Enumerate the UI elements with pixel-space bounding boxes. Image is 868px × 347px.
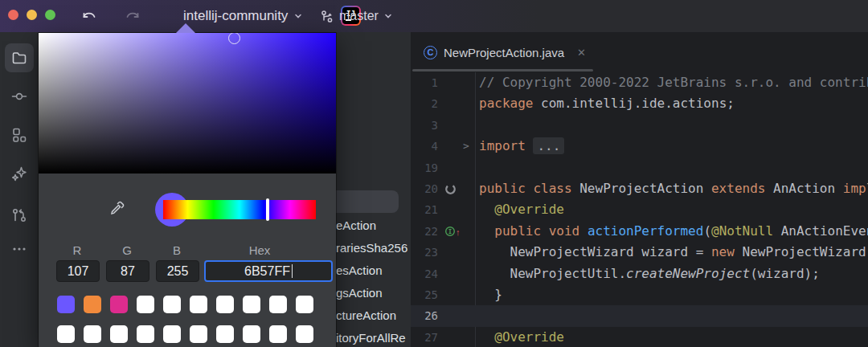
red-label: R [66, 243, 88, 257]
tab-close-icon[interactable]: ✕ [577, 47, 586, 59]
color-swatch[interactable] [137, 325, 154, 343]
java-class-icon: C [424, 46, 437, 59]
code-line[interactable]: 27 @Override [411, 327, 868, 347]
chevron-down-icon [384, 12, 392, 20]
code-line[interactable]: 1// Copyright 2000-2022 JetBrains s.r.o.… [411, 72, 868, 93]
eyedropper-icon[interactable] [109, 200, 125, 216]
line-number: 20 [411, 178, 438, 199]
window-zoom-button[interactable] [45, 10, 55, 20]
code-line-current[interactable]: 26 [411, 305, 868, 326]
blue-field[interactable]: 255 [156, 260, 199, 282]
code-text: @Override [479, 327, 564, 347]
window-close-button[interactable] [8, 10, 18, 20]
code-text: import ... [479, 136, 564, 157]
commit-tool-icon[interactable] [5, 82, 34, 111]
code-text: // Copyright 2000-2022 JetBrains s.r.o. … [479, 72, 868, 93]
color-swatch[interactable] [57, 325, 75, 343]
tree-item[interactable]: gsAction [336, 283, 383, 304]
git-branch-icon [320, 10, 334, 23]
code-line[interactable]: 22↑ public void actionPerformed(@NotNull… [411, 221, 868, 242]
overrides-gutter-icon[interactable] [444, 226, 457, 238]
project-tool-icon[interactable] [5, 43, 34, 72]
hue-marker[interactable] [266, 198, 269, 221]
line-number: 3 [411, 115, 438, 136]
color-swatch[interactable] [57, 296, 75, 313]
code-text: NewProjectWizard wizard = new NewProject… [479, 242, 868, 263]
main-toolbar: IJ intellij-community master [0, 0, 868, 32]
implementations-gutter-icon[interactable] [444, 183, 457, 195]
code-line[interactable]: 24 NewProjectUtil.createNewProject(wizar… [411, 263, 868, 284]
redo-icon[interactable] [122, 6, 143, 27]
color-swatch[interactable] [296, 296, 313, 313]
line-number: 19 [411, 157, 438, 178]
color-swatch[interactable] [190, 325, 207, 343]
code-line[interactable]: 4>import ... [411, 136, 868, 157]
saturation-cursor[interactable] [228, 33, 240, 44]
tree-item[interactable]: ctureAction [336, 305, 396, 326]
swatch-row [57, 296, 313, 313]
green-field[interactable]: 87 [106, 260, 149, 282]
line-number: 4 [411, 136, 438, 157]
color-swatch[interactable] [163, 296, 181, 313]
project-widget[interactable]: IJ intellij-community [183, 0, 302, 32]
color-swatch[interactable] [296, 325, 313, 343]
hex-field[interactable]: 6B57FF [204, 260, 333, 282]
chevron-down-icon [294, 12, 302, 20]
line-number: 23 [411, 242, 438, 263]
code-line[interactable]: 21 @Override [411, 199, 868, 220]
pull-requests-icon[interactable] [5, 201, 34, 230]
code-line[interactable]: 3 [411, 115, 868, 136]
line-number: 22 [411, 221, 438, 242]
fold-arrow-icon[interactable]: > [463, 136, 469, 157]
ai-assistant-icon[interactable] [5, 159, 34, 188]
saturation-brightness-area[interactable] [39, 33, 336, 174]
undo-icon[interactable] [79, 6, 100, 27]
structure-tool-icon[interactable] [5, 120, 34, 149]
code-text: } [479, 284, 502, 305]
vcs-branch-widget[interactable]: master [320, 0, 392, 32]
line-number: 1 [411, 72, 438, 93]
project-tree[interactable]: eActionrariesSha256esActiongsActioncture… [336, 32, 411, 347]
tree-item[interactable]: itoryForAllRe [336, 328, 406, 347]
window-minimize-button[interactable] [27, 10, 37, 20]
code-line[interactable]: 2package com.intellij.ide.actions; [411, 93, 868, 114]
color-swatch[interactable] [243, 296, 260, 313]
code-text: public void actionPerformed(@NotNull AnA… [479, 221, 868, 242]
color-swatch[interactable] [110, 325, 128, 343]
tab-scrollbar[interactable] [412, 69, 593, 71]
red-field[interactable]: 107 [56, 260, 100, 282]
popup-arrow [176, 23, 195, 33]
code-line[interactable]: 23 NewProjectWizard wizard = new NewProj… [411, 242, 868, 263]
hue-slider[interactable] [163, 200, 316, 219]
tree-item[interactable]: eAction [336, 215, 376, 236]
code-line[interactable]: 25 } [411, 284, 868, 305]
color-swatch[interactable] [84, 325, 101, 343]
editor-tab[interactable]: C NewProjectAction.java ✕ [411, 32, 586, 72]
color-picker-popup: R G B Hex 107 87 255 6B57FF [39, 33, 336, 347]
code-line[interactable]: 20public class NewProjectAction extends … [411, 178, 868, 199]
more-tool-windows-icon[interactable] [5, 235, 34, 263]
tool-window-stripe [0, 32, 39, 347]
tree-item[interactable]: rariesSha256 [336, 238, 407, 259]
tree-selected-row[interactable] [336, 190, 399, 213]
tree-item[interactable]: esAction [336, 260, 383, 281]
branch-name: master [339, 9, 379, 23]
color-swatch[interactable] [269, 325, 287, 343]
color-swatch[interactable] [269, 296, 287, 313]
color-swatch[interactable] [137, 296, 154, 313]
color-swatch[interactable] [216, 296, 234, 313]
text-caret [292, 264, 293, 278]
color-swatch[interactable] [110, 296, 128, 313]
line-number: 25 [411, 284, 438, 305]
code-area[interactable]: 1// Copyright 2000-2022 JetBrains s.r.o.… [411, 72, 868, 347]
color-swatch[interactable] [84, 296, 101, 313]
override-arrow-icon: ↑ [456, 222, 461, 243]
swatch-row [57, 325, 313, 343]
blue-label: B [166, 243, 188, 257]
color-swatch[interactable] [243, 325, 260, 343]
color-swatch[interactable] [216, 325, 234, 343]
color-swatch[interactable] [163, 325, 181, 343]
code-text: public class NewProjectAction extends An… [479, 178, 868, 199]
code-line[interactable]: 19 [411, 157, 868, 178]
color-swatch[interactable] [190, 296, 207, 313]
